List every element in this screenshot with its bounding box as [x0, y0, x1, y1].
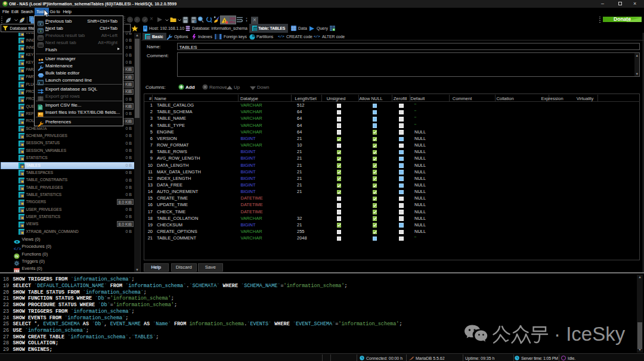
svg-text:!: ! [224, 19, 225, 23]
